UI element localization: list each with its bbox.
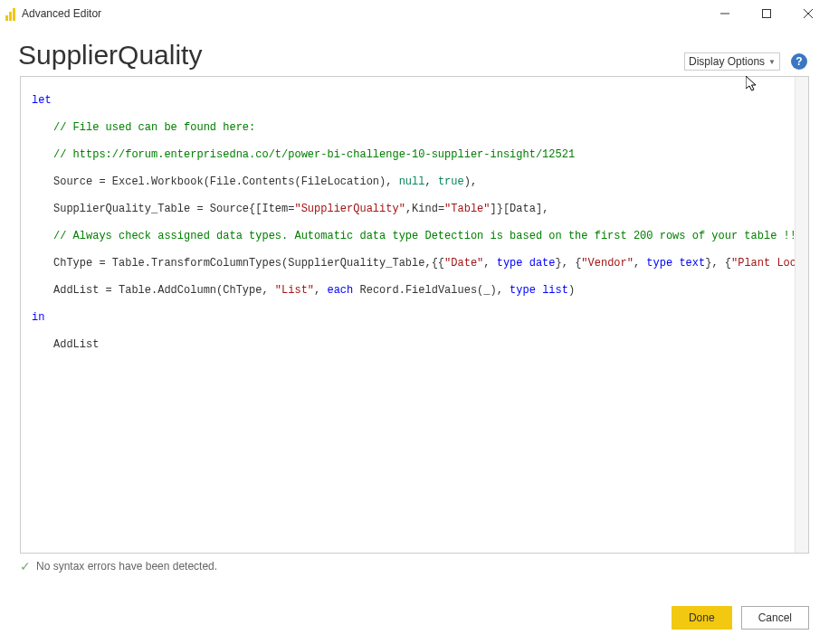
code-token: // File used can be found here: — [53, 121, 255, 134]
done-button[interactable]: Done — [672, 606, 732, 630]
code-editor[interactable]: let // File used can be found here: // h… — [20, 76, 809, 554]
code-token: , — [424, 175, 437, 188]
code-token: in — [32, 311, 44, 324]
code-token: text — [679, 257, 705, 270]
code-token: , — [634, 257, 646, 270]
code-token: "Date" — [444, 257, 483, 270]
code-token: ) — [568, 284, 575, 297]
help-icon[interactable]: ? — [791, 53, 807, 70]
code-token: date — [529, 257, 556, 270]
header: SupplierQuality Display Options ▼ ? — [0, 27, 829, 76]
code-token: "Table" — [444, 203, 490, 215]
header-right: Display Options ▼ ? — [684, 52, 807, 71]
code-token: SupplierQuality_Table = Source{[Item= — [53, 203, 294, 215]
code-token: null — [399, 175, 425, 188]
svg-rect-2 — [13, 8, 15, 21]
svg-rect-1 — [9, 12, 12, 21]
code-token: // Always check assigned data types. Aut… — [53, 230, 803, 242]
cancel-button[interactable]: Cancel — [741, 606, 809, 630]
code-token: ,Kind= — [405, 203, 444, 215]
code-token: }, { — [556, 257, 582, 270]
code-token: , — [483, 257, 496, 270]
code-token — [523, 257, 529, 270]
chevron-down-icon: ▼ — [768, 58, 776, 66]
close-button[interactable] — [787, 0, 829, 27]
code-token: ]}[Data], — [491, 203, 549, 215]
status-bar: ✓ No syntax errors have been detected. — [20, 559, 809, 573]
code-token: list — [542, 284, 568, 297]
code-token: Source = Excel.Workbook(File.Contents(Fi… — [53, 175, 399, 188]
window-controls — [704, 0, 829, 27]
window-title: Advanced Editor — [22, 7, 101, 20]
code-token: Record.FieldValues(_), — [353, 284, 510, 297]
code-token: type — [497, 257, 523, 270]
code-token: "List" — [275, 284, 314, 297]
code-token: ), — [464, 175, 477, 188]
code-token: ChType = Table.TransformColumnTypes(Supp… — [53, 257, 444, 270]
svg-rect-4 — [763, 10, 771, 18]
code-token: }, { — [705, 257, 731, 270]
status-message: No syntax errors have been detected. — [36, 560, 217, 573]
code-token: each — [327, 284, 353, 297]
titlebar: Advanced Editor — [0, 0, 829, 27]
code-token: true — [438, 175, 464, 188]
footer: Done Cancel — [672, 606, 809, 630]
app-icon — [5, 6, 16, 21]
vertical-scrollbar[interactable] — [795, 77, 808, 553]
code-token: , — [314, 284, 327, 297]
page-title: SupplierQuality — [18, 40, 202, 71]
maximize-button[interactable] — [746, 0, 787, 27]
check-icon: ✓ — [20, 559, 31, 573]
svg-rect-0 — [5, 15, 8, 21]
minimize-button[interactable] — [704, 0, 746, 27]
display-options-label: Display Options — [689, 55, 765, 68]
code-token: type — [646, 257, 672, 270]
code-token: AddList — [53, 338, 99, 351]
display-options-dropdown[interactable]: Display Options ▼ — [684, 52, 780, 71]
code-area[interactable]: let // File used can be found here: // h… — [21, 77, 808, 383]
code-token: AddList = Table.AddColumn(ChType, — [53, 284, 275, 297]
code-token: "SupplierQuality" — [294, 203, 405, 215]
code-token: // https://forum.enterprisedna.co/t/powe… — [53, 148, 575, 161]
code-token: let — [32, 94, 52, 107]
code-token: type — [510, 284, 536, 297]
code-token: "Vendor" — [581, 257, 634, 270]
